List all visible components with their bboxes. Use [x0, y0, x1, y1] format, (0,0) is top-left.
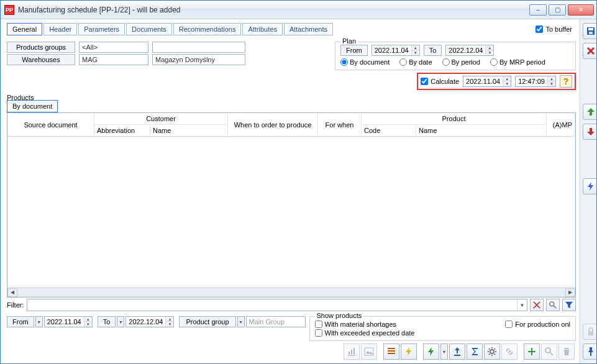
grid-header: Source document Customer When to order t… [7, 113, 575, 137]
bottom-to-button[interactable]: To [98, 316, 116, 327]
filter-settings-button[interactable] [546, 299, 560, 311]
tab-attributes[interactable]: Attributes [242, 23, 282, 35]
chk-material-shortages[interactable]: With material shortages [315, 321, 415, 328]
list-icon[interactable] [383, 344, 399, 360]
product-group-button[interactable]: Product group [179, 316, 235, 327]
products-groups-field[interactable]: <All> [79, 42, 148, 53]
spinner-down-icon[interactable]: ▼ [166, 322, 173, 327]
plan-to-button[interactable]: To [424, 45, 442, 56]
close-button[interactable]: ✕ [568, 4, 594, 16]
spinner-down-icon[interactable]: ▼ [412, 50, 419, 55]
to-buffer-input[interactable] [535, 25, 543, 33]
tab-header[interactable]: Header [43, 23, 77, 35]
horizontal-scrollbar[interactable]: ◀ ▶ [7, 287, 575, 297]
bottom-from-date[interactable]: 2022.11.04 ▲▼ [44, 316, 93, 327]
col-customer-name[interactable]: Name [150, 125, 228, 136]
spinner-up-icon[interactable]: ▲ [486, 45, 493, 50]
app-icon: PP [4, 5, 14, 15]
calculate-time[interactable]: 12:47:09 ▲▼ [515, 76, 556, 87]
box-up-icon[interactable] [583, 104, 597, 120]
spinner-down-icon[interactable]: ▼ [548, 81, 555, 86]
chk-exceeded-date[interactable]: With exceeded expected date [315, 329, 415, 337]
chevron-down-icon[interactable]: ▼ [117, 316, 124, 327]
tab-attachments[interactable]: Attachments [284, 23, 333, 35]
gear-icon[interactable] [484, 344, 500, 360]
warehouses-button[interactable]: Warehouses [7, 54, 75, 65]
save-icon[interactable] [583, 23, 597, 39]
tab-documents[interactable]: Documents [126, 23, 172, 35]
bottom-from-button[interactable]: From [7, 316, 34, 327]
colgroup-customer[interactable]: Customer [94, 113, 228, 125]
warehouses-name-field[interactable]: Magazyn Domyślny [152, 54, 245, 65]
radio-by-mrp-period[interactable]: By MRP period [490, 58, 545, 66]
lightning-blue-icon[interactable] [583, 178, 597, 194]
products-groups-button[interactable]: Products groups [7, 42, 75, 53]
scroll-right-icon[interactable]: ▶ [565, 288, 575, 297]
lightning-yellow-icon[interactable] [401, 344, 417, 360]
spinner-down-icon[interactable]: ▼ [84, 322, 92, 327]
help-icon[interactable]: ? [560, 75, 572, 88]
subtab-by-document[interactable]: By document [7, 100, 58, 112]
svg-rect-5 [588, 28, 593, 30]
chk-for-production-only[interactable]: For production onl [505, 321, 570, 328]
picture-icon [361, 344, 377, 360]
col-when-to-order[interactable]: When to order to produce [228, 113, 318, 136]
chevron-down-icon[interactable]: ▼ [35, 316, 43, 327]
radio-by-period[interactable]: By period [442, 58, 480, 66]
spinner-up-icon[interactable]: ▲ [84, 317, 92, 322]
tab-recommendations[interactable]: Recommendations [173, 23, 242, 35]
chart-icon [344, 344, 360, 360]
col-source-document[interactable]: Source document [7, 113, 94, 136]
product-group-field[interactable]: Main Group [246, 316, 306, 327]
grid-body[interactable] [7, 137, 575, 287]
minimize-button[interactable]: – [529, 4, 547, 16]
scroll-left-icon[interactable]: ◀ [7, 288, 17, 297]
spinner-up-icon[interactable]: ▲ [412, 45, 419, 50]
export-icon[interactable] [449, 344, 465, 360]
col-product-code[interactable]: Code [362, 125, 416, 136]
plan-from-date[interactable]: 2022.11.04 ▲▼ [371, 45, 420, 56]
cancel-icon[interactable] [583, 43, 597, 59]
col-customer-abbrev[interactable]: Abbreviation [94, 125, 150, 136]
col-for-when[interactable]: For when [318, 113, 362, 136]
svg-point-2 [490, 350, 494, 353]
main-content: General Header Parameters Documents Reco… [1, 19, 580, 363]
col-product-name[interactable]: Name [416, 125, 547, 136]
calculate-date[interactable]: 2022.11.04 ▲▼ [463, 76, 511, 87]
link-icon [501, 344, 517, 360]
spinner-down-icon[interactable]: ▼ [486, 50, 493, 55]
to-buffer-checkbox[interactable]: To buffer [535, 25, 576, 33]
spinner-up-icon[interactable]: ▲ [166, 317, 173, 322]
spinner-up-icon[interactable]: ▲ [548, 76, 555, 81]
chevron-down-icon[interactable]: ▼ [440, 344, 448, 360]
radio-by-document[interactable]: By document [340, 58, 390, 66]
lightning-green-icon[interactable] [423, 344, 439, 360]
filter-apply-button[interactable] [562, 299, 576, 311]
calculate-checkbox[interactable]: Calculate [421, 78, 459, 85]
pin-icon[interactable] [583, 344, 597, 360]
chevron-down-icon[interactable]: ▼ [237, 316, 245, 327]
colgroup-product[interactable]: Product [362, 113, 547, 125]
spinner-up-icon[interactable]: ▲ [503, 76, 511, 81]
sigma-icon[interactable] [467, 344, 483, 360]
chevron-down-icon[interactable]: ▼ [517, 299, 527, 311]
plan-from-button[interactable]: From [340, 45, 368, 56]
col-amp[interactable]: (A)MP [547, 113, 575, 136]
tab-general[interactable]: General [7, 23, 42, 35]
tab-parameters[interactable]: Parameters [78, 23, 125, 35]
bottom-to-date[interactable]: 2022.12.04 ▲▼ [125, 316, 174, 327]
warehouses-code-field[interactable]: MAG [79, 54, 148, 65]
radio-by-date[interactable]: By date [399, 58, 432, 66]
add-icon[interactable] [524, 344, 540, 360]
box-down-icon[interactable] [583, 124, 597, 140]
products-heading: Products [7, 94, 576, 101]
plan-to-date[interactable]: 2022.12.04 ▲▼ [445, 45, 494, 56]
spinner-down-icon[interactable]: ▼ [503, 81, 511, 86]
filter-combo[interactable]: ▼ [27, 299, 528, 311]
maximize-button[interactable]: ▢ [549, 4, 566, 16]
svg-rect-6 [589, 32, 593, 34]
products-groups-name-field[interactable] [152, 42, 245, 53]
filter-clear-button[interactable] [530, 299, 544, 311]
scroll-track[interactable] [18, 288, 565, 297]
show-products-group: Show products With material shortages Wi… [309, 316, 576, 341]
